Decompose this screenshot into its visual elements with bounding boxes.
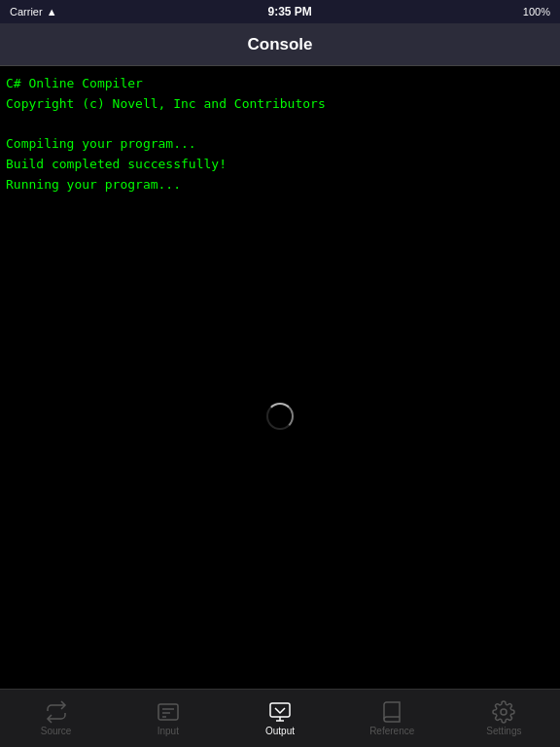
settings-icon (492, 700, 515, 724)
tab-input[interactable]: Input (112, 690, 224, 747)
tab-input-label: Input (158, 726, 179, 736)
tab-output[interactable]: Output (224, 690, 335, 747)
output-icon (268, 700, 292, 724)
tab-source[interactable]: Source (0, 690, 112, 747)
svg-rect-4 (270, 703, 290, 717)
input-icon (157, 700, 180, 724)
nav-bar: Console (0, 23, 560, 66)
status-bar-left: Carrier ▲ (10, 6, 57, 18)
status-time: 9:35 PM (268, 5, 312, 18)
tab-source-label: Source (41, 726, 72, 736)
console-area: C# Online Compiler Copyright (c) Novell,… (0, 66, 560, 689)
tab-bar: Source Input Output Reference Se (0, 689, 560, 747)
nav-title: Console (247, 35, 312, 54)
tab-reference-label: Reference (369, 726, 414, 736)
source-icon (45, 700, 68, 724)
reference-icon (380, 700, 403, 724)
tab-settings[interactable]: Settings (448, 690, 560, 747)
svg-rect-0 (158, 704, 178, 720)
carrier-label: Carrier (10, 6, 43, 18)
battery-label: 100% (523, 6, 550, 18)
svg-point-5 (501, 709, 507, 715)
tab-reference[interactable]: Reference (336, 690, 448, 747)
status-bar: Carrier ▲ 9:35 PM 100% (0, 0, 560, 23)
loading-spinner (266, 403, 294, 430)
tab-output-label: Output (265, 726, 295, 736)
console-output: C# Online Compiler Copyright (c) Novell,… (6, 74, 554, 196)
wifi-icon: ▲ (47, 6, 57, 18)
loading-spinner-container (266, 403, 294, 430)
tab-settings-label: Settings (486, 726, 521, 736)
